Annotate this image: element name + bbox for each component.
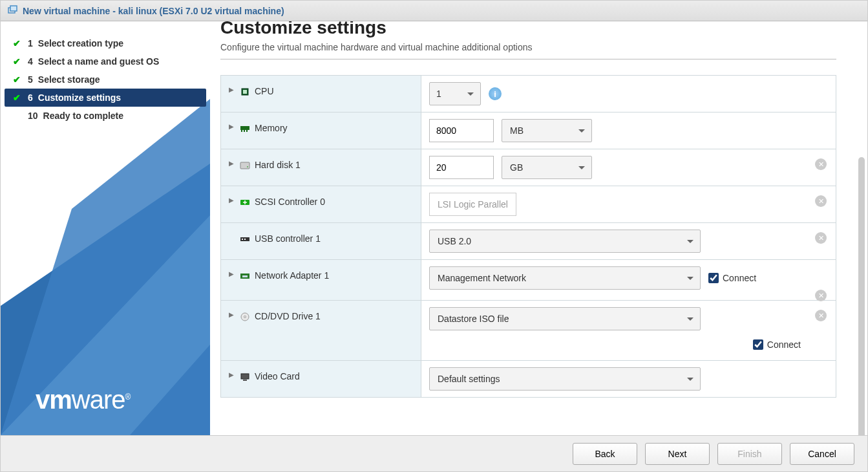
remove-icon[interactable]: ✕ — [815, 158, 827, 170]
scsi-value: LSI Logic Parallel — [429, 193, 516, 216]
step-label: Customize settings — [38, 92, 121, 103]
remove-icon[interactable]: ✕ — [815, 195, 827, 207]
scrollbar[interactable] — [858, 157, 865, 435]
svg-rect-11 — [240, 162, 249, 169]
svg-rect-18 — [242, 275, 248, 277]
svg-rect-1 — [10, 6, 17, 11]
cddvd-connect-checkbox[interactable] — [753, 339, 763, 350]
divider — [220, 59, 836, 59]
cddvd-connect[interactable]: Connect — [753, 339, 801, 350]
main-scroll[interactable]: Customize settings Configure the virtual… — [210, 21, 867, 435]
row-usb: ▶ USB controller 1 USB 2.0 ✕ — [221, 223, 836, 260]
row-scsi: ▶ SCSI Controller 0 LSI Logic Parallel ✕ — [221, 186, 836, 223]
svg-point-20 — [244, 316, 246, 318]
row-cpu: ▶ CPU 1 i — [221, 76, 836, 113]
expand-icon[interactable]: ▶ — [229, 123, 235, 130]
step-select-storage[interactable]: ✔ 5 Select storage — [5, 70, 206, 89]
nic-connect[interactable]: Connect — [708, 273, 756, 283]
cpu-icon — [239, 86, 251, 98]
back-button[interactable]: Back — [573, 443, 637, 465]
step-label: Select a name and guest OS — [38, 56, 160, 67]
step-label: Select storage — [38, 74, 100, 85]
cpu-select[interactable]: 1 — [429, 82, 481, 105]
body: ✔ 1 Select creation type ✔ 4 Select a na… — [1, 21, 867, 435]
cpu-label: CPU — [255, 86, 274, 96]
step-num: 6 — [28, 92, 33, 103]
memory-unit-select[interactable]: MB — [502, 119, 592, 142]
usb-label: USB controller 1 — [255, 233, 321, 244]
svg-rect-16 — [244, 239, 246, 240]
svg-rect-9 — [244, 130, 245, 132]
nic-connect-checkbox[interactable] — [708, 273, 719, 283]
step-ready-to-complete[interactable]: 10 Ready to complete — [5, 107, 206, 125]
svg-point-12 — [247, 166, 248, 167]
disk-unit-select[interactable]: GB — [502, 156, 592, 179]
svg-rect-21 — [241, 374, 249, 379]
page-subtitle: Configure the virtual machine hardware a… — [220, 42, 836, 52]
video-label: Video Card — [255, 371, 300, 381]
step-num: 1 — [28, 38, 33, 48]
info-icon[interactable]: i — [489, 87, 502, 100]
remove-icon[interactable]: ✕ — [815, 232, 827, 244]
row-video: ▶ Video Card Default settings — [221, 361, 836, 397]
scsi-icon — [239, 197, 251, 208]
scsi-label: SCSI Controller 0 — [255, 197, 325, 207]
svg-rect-10 — [246, 130, 248, 132]
svg-rect-15 — [242, 239, 243, 240]
expand-icon[interactable]: ▶ — [229, 86, 235, 93]
cancel-button[interactable]: Cancel — [790, 443, 854, 465]
next-button[interactable]: Next — [645, 443, 710, 465]
cddvd-label: CD/DVD Drive 1 — [255, 311, 321, 321]
row-nic: ▶ Network Adapter 1 Management Network — [221, 260, 836, 301]
wizard-window: New virtual machine - kali linux (ESXi 7… — [0, 0, 868, 472]
expand-icon[interactable]: ▶ — [229, 160, 235, 167]
logo-ware: ware — [72, 385, 125, 414]
svg-rect-22 — [243, 380, 247, 381]
sidebar-bg — [1, 99, 210, 435]
step-num: 5 — [28, 74, 33, 85]
check-icon: ✔ — [11, 92, 23, 103]
check-icon: ✔ — [11, 74, 23, 85]
step-num: 4 — [28, 56, 33, 67]
expand-icon[interactable]: ▶ — [229, 197, 235, 204]
row-harddisk: ▶ Hard disk 1 GB ✕ — [221, 149, 836, 186]
sidebar: ✔ 1 Select creation type ✔ 4 Select a na… — [1, 21, 210, 435]
nic-label: Network Adapter 1 — [255, 270, 329, 281]
video-select[interactable]: Default settings — [429, 367, 701, 391]
nic-icon — [239, 270, 251, 282]
svg-rect-7 — [240, 126, 249, 130]
nic-connect-label: Connect — [723, 273, 756, 283]
step-select-creation-type[interactable]: ✔ 1 Select creation type — [5, 34, 206, 52]
step-label: Ready to complete — [43, 111, 123, 121]
disk-label: Hard disk 1 — [255, 160, 301, 170]
finish-button: Finish — [717, 443, 782, 465]
disk-icon — [239, 160, 251, 171]
step-customize-settings[interactable]: ✔ 6 Customize settings — [5, 89, 206, 107]
remove-icon[interactable]: ✕ — [815, 290, 827, 301]
expand-icon[interactable]: ▶ — [229, 270, 235, 277]
svg-rect-8 — [241, 130, 242, 132]
step-select-name-guest-os[interactable]: ✔ 4 Select a name and guest OS — [5, 52, 206, 70]
expand-icon[interactable]: ▶ — [229, 311, 235, 318]
page-heading: Customize settings — [220, 21, 836, 38]
logo-vm: vm — [36, 385, 72, 414]
remove-icon[interactable]: ✕ — [815, 310, 827, 321]
usb-icon — [239, 233, 251, 245]
footer: Back Next Finish Cancel — [1, 435, 867, 471]
nic-select[interactable]: Management Network — [429, 266, 701, 290]
titlebar: New virtual machine - kali linux (ESXi 7… — [1, 1, 867, 21]
expand-icon[interactable]: ▶ — [229, 371, 235, 378]
hardware-table: ▶ CPU 1 i ▶ — [220, 75, 836, 398]
memory-label: Memory — [255, 123, 288, 133]
memory-input[interactable] — [429, 119, 494, 142]
memory-icon — [239, 123, 251, 134]
vm-icon — [7, 5, 19, 17]
usb-select[interactable]: USB 2.0 — [429, 230, 701, 253]
video-icon — [239, 371, 251, 383]
disk-input[interactable] — [429, 156, 494, 179]
row-cddvd: ▶ CD/DVD Drive 1 Datastore ISO file — [221, 301, 836, 361]
row-memory: ▶ Memory MB — [221, 113, 836, 149]
cddvd-select[interactable]: Datastore ISO file — [429, 307, 701, 330]
check-icon: ✔ — [11, 38, 23, 48]
cd-icon — [239, 311, 251, 323]
